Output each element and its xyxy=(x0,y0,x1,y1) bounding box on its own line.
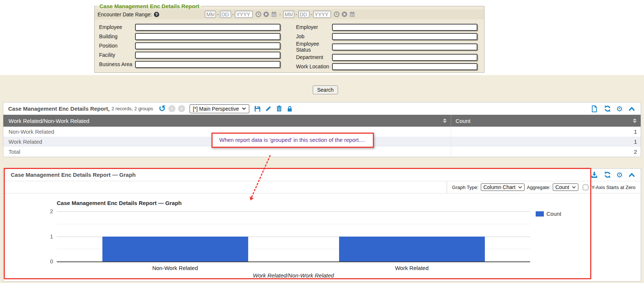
perspective-select[interactable]: [*] Main Perspective xyxy=(190,104,250,113)
left-field-column: Employee Building Position Facility Busi… xyxy=(99,23,280,71)
search-form-section: Case Management Enc Details Report Encou… xyxy=(0,0,644,75)
y-tick-label: 0 xyxy=(38,258,53,264)
clear-date-icon[interactable] xyxy=(263,11,269,17)
settings-gear-icon[interactable]: ⚙ xyxy=(616,105,623,113)
calendar-icon[interactable] xyxy=(271,11,277,17)
download-icon[interactable] xyxy=(590,171,598,179)
legend-swatch xyxy=(536,211,544,217)
column-header-label: Work Related/Non-Work Related xyxy=(9,118,89,124)
x-category-label: Work Related xyxy=(293,265,530,271)
date-separator: - xyxy=(217,12,218,17)
date-inputs: - - xyxy=(205,11,355,18)
report-header: Case Management Enc Details Report, 2 re… xyxy=(3,103,641,115)
job-input[interactable] xyxy=(332,33,477,40)
chevron-down-icon xyxy=(242,107,246,110)
delete-trash-icon[interactable] xyxy=(275,105,283,113)
field-label: Facility xyxy=(99,52,135,58)
field-label: Department xyxy=(296,55,332,61)
start-day-input[interactable] xyxy=(220,11,231,18)
clear-date-icon[interactable] xyxy=(341,11,348,17)
report-toolbar: ↺ ‹ › [*] Main Perspective xyxy=(158,104,294,113)
table-header: Work Related/Non-Work Related Count xyxy=(3,115,641,127)
sort-icon[interactable] xyxy=(633,118,637,123)
export-page-icon[interactable] xyxy=(590,105,598,113)
field-label: Building xyxy=(99,34,135,40)
field-label: Work Location xyxy=(296,64,332,70)
facility-input[interactable] xyxy=(135,52,280,59)
refresh-icon[interactable] xyxy=(603,105,611,113)
lock-icon[interactable] xyxy=(286,105,294,113)
y-tick-label: 2 xyxy=(38,208,53,214)
y-axis-zero-checkbox[interactable] xyxy=(583,185,588,190)
next-perspective-icon[interactable]: › xyxy=(178,105,185,112)
end-month-input[interactable] xyxy=(283,11,294,18)
business-area-input[interactable] xyxy=(135,61,280,68)
field-label: Employee xyxy=(99,25,135,30)
start-year-input[interactable] xyxy=(235,11,253,18)
gridline xyxy=(57,224,530,224)
help-icon[interactable]: ? xyxy=(154,12,160,17)
employer-input[interactable] xyxy=(332,24,477,31)
search-button[interactable]: Search xyxy=(313,85,338,94)
edit-pencil-icon[interactable] xyxy=(264,105,272,113)
end-year-input[interactable] xyxy=(313,11,331,18)
gridline xyxy=(57,211,530,212)
legend-label: Count xyxy=(546,211,561,217)
start-month-input[interactable] xyxy=(205,11,216,18)
right-field-column: Employer Job Employee Status Department … xyxy=(296,23,477,71)
graph-type-label: Graph Type: xyxy=(452,185,479,190)
date-separator: - xyxy=(295,12,297,17)
table-total-row: Total 2 xyxy=(3,147,641,157)
report-grid-section: Case Management Enc Details Report, 2 re… xyxy=(3,102,641,157)
refresh-icon[interactable] xyxy=(603,171,611,179)
chart-legend: Count xyxy=(536,211,561,217)
graph-type-select[interactable]: Column Chart xyxy=(481,183,525,191)
column-header-group[interactable]: Work Related/Non-Work Related xyxy=(3,115,451,127)
collapse-chevron-up-icon[interactable] xyxy=(628,171,636,179)
total-label-cell: Total xyxy=(3,147,451,157)
field-label: Employee Status xyxy=(296,41,332,53)
column-header-count[interactable]: Count xyxy=(451,115,641,127)
annotation-callout-box: When report data is 'grouped' in this se… xyxy=(211,133,374,148)
date-range-label: Encounter Date Range: xyxy=(98,12,152,17)
aggregate-value: Count xyxy=(555,184,569,190)
range-dash: - xyxy=(279,12,281,17)
bar-work-related xyxy=(339,237,485,262)
end-date-group: - - xyxy=(283,11,355,18)
department-input[interactable] xyxy=(332,54,477,61)
collapse-chevron-up-icon[interactable] xyxy=(628,105,636,113)
save-perspective-icon[interactable] xyxy=(253,105,262,113)
report-record-summary: 2 records, 2 groups xyxy=(111,106,153,111)
y-tick-label: 1 xyxy=(38,233,53,240)
graph-controls: Graph Type: Column Chart Aggregate: Coun… xyxy=(447,181,641,193)
employee-input[interactable] xyxy=(135,24,280,31)
time-picker-icon[interactable] xyxy=(334,11,340,17)
graph-type-value: Column Chart xyxy=(483,184,515,190)
report-graph-section: Case Management Enc Details Report — Gra… xyxy=(3,168,641,282)
x-axis-line xyxy=(57,261,530,262)
time-picker-icon[interactable] xyxy=(255,11,262,17)
employee-status-input[interactable] xyxy=(332,43,477,51)
undo-icon[interactable]: ↺ xyxy=(158,104,165,113)
aggregate-select[interactable]: Count xyxy=(553,183,578,191)
svg-text:?: ? xyxy=(155,12,158,16)
total-count-cell: 2 xyxy=(451,147,641,157)
field-label: Employer xyxy=(296,25,332,30)
graph-header: Case Management Enc Details Report — Gra… xyxy=(3,169,641,181)
position-input[interactable] xyxy=(135,42,280,49)
graph-section-actions: ⚙ xyxy=(590,171,641,179)
chevron-down-icon xyxy=(518,186,522,189)
calendar-icon[interactable] xyxy=(349,11,355,17)
column-header-label: Count xyxy=(456,118,470,124)
end-day-input[interactable] xyxy=(298,11,309,18)
work-location-input[interactable] xyxy=(332,63,477,70)
chevron-down-icon xyxy=(572,186,576,189)
settings-gear-icon[interactable]: ⚙ xyxy=(616,171,623,179)
search-form: Case Management Enc Details Report Encou… xyxy=(94,3,484,73)
previous-perspective-icon[interactable]: ‹ xyxy=(168,105,175,112)
report-section-actions: ⚙ xyxy=(590,105,641,113)
field-label: Job xyxy=(296,34,332,40)
form-title: Case Management Enc Details Report xyxy=(98,3,201,9)
building-input[interactable] xyxy=(135,33,280,40)
sort-icon[interactable] xyxy=(443,118,447,123)
